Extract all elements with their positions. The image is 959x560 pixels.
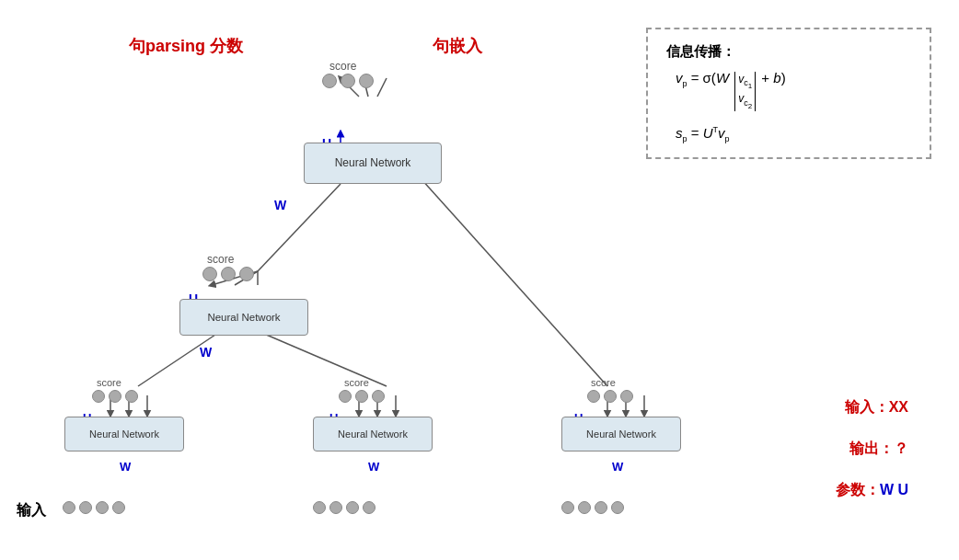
info-box: 信息传播： vp = σ(W vc1 vc2 + b) sp = UTvp [646, 28, 931, 159]
score-label-bot-right: score [591, 377, 616, 388]
dot-bm-3 [372, 390, 385, 403]
dot-top-3 [359, 74, 374, 88]
nn-box-top: Neural Network [304, 143, 442, 184]
dot-bm-2 [355, 390, 368, 403]
dot-in-bm-1 [313, 501, 326, 514]
formula1: vp = σ(W vc1 vc2 + b) [676, 70, 911, 111]
dot-in-bm-4 [363, 501, 376, 514]
score-label-bot-mid: score [344, 377, 369, 388]
dot-in-bl-4 [112, 501, 125, 514]
dot-bl-1 [92, 390, 105, 403]
nn-box-bot-right: Neural Network [561, 417, 681, 451]
input-dots-bot-mid [313, 501, 376, 514]
dot-top-1 [322, 74, 337, 88]
score-dots-bot-left [92, 390, 138, 403]
score-dots-bot-right [587, 390, 633, 403]
w-label-top-mid: W [274, 198, 286, 212]
dot-mid-3 [239, 267, 254, 281]
dot-in-br-3 [595, 501, 607, 514]
dot-in-bl-2 [79, 501, 92, 514]
dot-bl-2 [109, 390, 121, 403]
right-label-params: 参数：W U [836, 481, 908, 500]
dot-in-br-1 [561, 501, 574, 514]
score-dots-top [322, 74, 374, 88]
score-label-top: score [329, 60, 356, 73]
dot-bm-1 [339, 390, 352, 403]
svg-line-2 [377, 78, 387, 97]
svg-line-4 [258, 184, 341, 271]
dot-in-bm-2 [329, 501, 342, 514]
dot-top-2 [341, 74, 355, 88]
w-label-bot-right: W [612, 460, 623, 474]
right-label-input: 输入：XX [845, 398, 908, 417]
dot-in-bm-3 [346, 501, 359, 514]
right-label-output: 输出：？ [849, 440, 908, 459]
w-label-bot-mid: W [368, 460, 379, 474]
dot-mid-2 [221, 267, 236, 281]
dot-in-br-4 [611, 501, 624, 514]
dot-in-br-2 [578, 501, 591, 514]
formula2: sp = UTvp [676, 125, 911, 143]
score-label-mid: score [207, 253, 234, 266]
dot-in-bl-1 [63, 501, 75, 514]
dot-br-3 [620, 390, 633, 403]
nn-box-bot-mid: Neural Network [313, 417, 433, 451]
label-parsing-score: 句parsing 分数 [129, 35, 243, 57]
score-dots-mid [202, 267, 254, 281]
input-label-main: 输入 [17, 501, 46, 520]
w-label-mid-bot: W [200, 345, 212, 360]
dot-mid-1 [202, 267, 217, 281]
dot-br-1 [587, 390, 600, 403]
dot-bl-3 [125, 390, 138, 403]
score-dots-bot-mid [339, 390, 385, 403]
input-dots-bot-right [561, 501, 624, 514]
dot-in-bl-3 [96, 501, 109, 514]
input-dots-bot-left [63, 501, 125, 514]
nn-box-bot-left: Neural Network [64, 417, 184, 451]
w-label-bot-left: W [120, 460, 131, 474]
dot-br-2 [604, 390, 617, 403]
svg-line-5 [405, 161, 607, 386]
label-sentence-embed: 句嵌入 [433, 35, 482, 57]
nn-box-mid: Neural Network [179, 299, 308, 336]
main-container: 句parsing 分数 句嵌入 score U Neural Network W… [0, 0, 959, 560]
info-box-title: 信息传播： [666, 43, 911, 61]
score-label-bot-left: score [97, 377, 121, 388]
